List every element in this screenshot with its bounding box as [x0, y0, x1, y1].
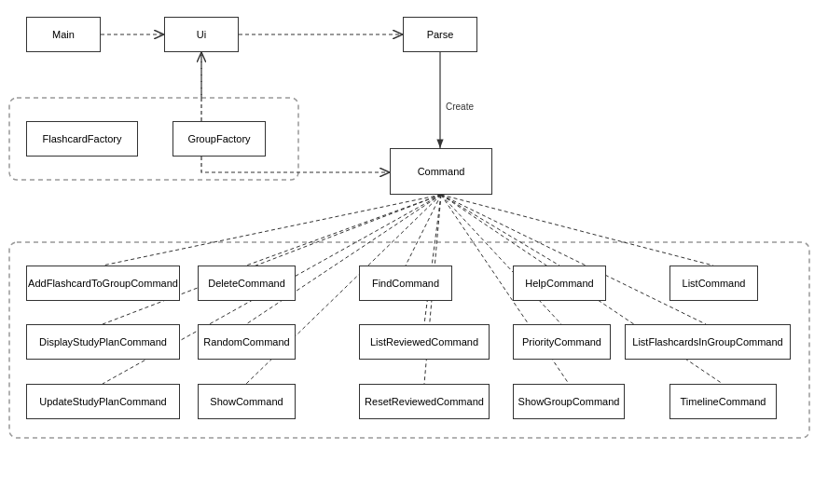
- node-update-study-plan-command: UpdateStudyPlanCommand: [26, 384, 180, 419]
- node-priority-command: PriorityCommand: [513, 324, 611, 360]
- node-random-command: RandomCommand: [198, 324, 296, 360]
- node-list-label: ListCommand: [683, 278, 746, 289]
- node-list-flashcards-in-group-label: ListFlashcardsInGroupCommand: [632, 336, 782, 347]
- node-command-label: Command: [418, 166, 465, 177]
- node-delete-command: DeleteCommand: [198, 266, 296, 301]
- arrow-cmd-random: [246, 195, 441, 324]
- node-parse-label: Parse: [427, 29, 454, 40]
- node-add-flashcard-command: AddFlashcardToGroupCommand: [26, 266, 180, 301]
- node-find-command: FindCommand: [359, 266, 452, 301]
- arrow-cmd-help: [441, 195, 559, 266]
- node-update-study-plan-label: UpdateStudyPlanCommand: [39, 396, 166, 407]
- node-show-label: ShowCommand: [210, 396, 283, 407]
- node-show-command: ShowCommand: [198, 384, 296, 419]
- node-display-study-plan-command: DisplayStudyPlanCommand: [26, 324, 180, 360]
- node-timeline-command: TimelineCommand: [669, 384, 777, 419]
- node-delete-label: DeleteCommand: [208, 278, 285, 289]
- node-help-command: HelpCommand: [513, 266, 606, 301]
- node-reset-reviewed-label: ResetReviewedCommand: [365, 396, 484, 407]
- node-list-reviewed-command: ListReviewedCommand: [359, 324, 490, 360]
- node-list-flashcards-in-group-command: ListFlashcardsInGroupCommand: [625, 324, 791, 360]
- node-ui: Ui: [164, 17, 239, 52]
- node-list-reviewed-label: ListReviewedCommand: [370, 336, 478, 347]
- node-flashcard-factory: FlashcardFactory: [26, 121, 138, 157]
- node-reset-reviewed-command: ResetReviewedCommand: [359, 384, 490, 419]
- node-list-command: ListCommand: [669, 266, 758, 301]
- node-priority-label: PriorityCommand: [522, 336, 601, 347]
- node-add-flashcard-label: AddFlashcardToGroupCommand: [28, 278, 178, 289]
- node-show-group-label: ShowGroupCommand: [518, 396, 620, 407]
- arrow-cmd-priority: [441, 195, 561, 324]
- node-main-label: Main: [52, 29, 75, 40]
- arrow-cmd-delete: [246, 195, 441, 266]
- node-command: Command: [390, 148, 492, 195]
- node-find-label: FindCommand: [372, 278, 439, 289]
- node-group-factory-label: GroupFactory: [187, 133, 250, 144]
- diagram-svg: Ui (dashed with open arrowhead) --> Pars…: [0, 0, 828, 504]
- node-group-factory: GroupFactory: [172, 121, 266, 157]
- create-label: Create: [446, 102, 474, 112]
- node-display-study-plan-label: DisplayStudyPlanCommand: [39, 336, 167, 347]
- node-show-group-command: ShowGroupCommand: [513, 384, 625, 419]
- node-flashcard-factory-label: FlashcardFactory: [43, 133, 122, 144]
- arrow-cmd-add: [103, 195, 441, 266]
- node-parse: Parse: [403, 17, 477, 52]
- node-main: Main: [26, 17, 101, 52]
- arrow-cmd-listflashcards: [441, 195, 706, 324]
- node-help-label: HelpCommand: [525, 278, 593, 289]
- node-random-label: RandomCommand: [203, 336, 289, 347]
- node-timeline-label: TimelineCommand: [681, 396, 766, 407]
- arrow-cmd-listreviewed: [424, 195, 441, 324]
- node-ui-label: Ui: [197, 29, 206, 40]
- diagram-container: Ui (dashed with open arrowhead) --> Pars…: [0, 0, 828, 504]
- arrow-cmd-display: [103, 195, 441, 324]
